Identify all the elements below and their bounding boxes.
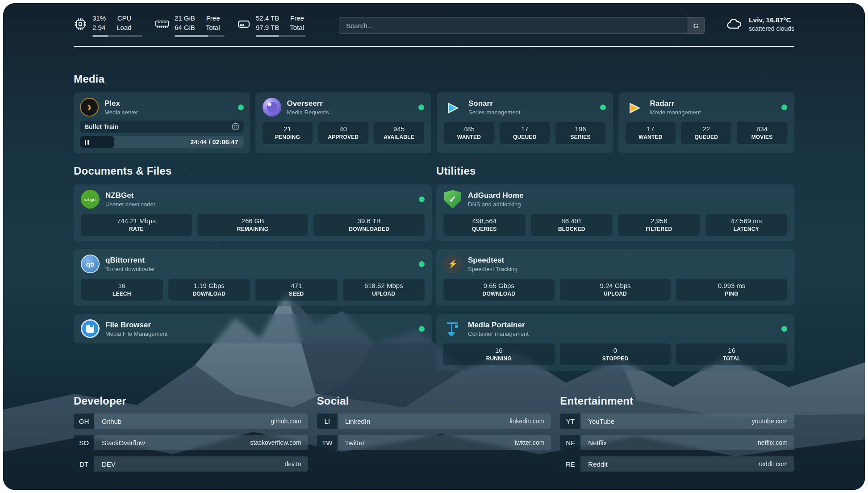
disk-free: 52.4 TB [256, 14, 279, 23]
stat-tile: 498,564 QUERIES [443, 214, 526, 236]
app-subtitle: Media File Management [105, 330, 167, 337]
search-engine-button[interactable]: G [687, 17, 705, 33]
stat-label: UPLOAD [346, 291, 422, 297]
stat-label: DOWNLOAD [171, 291, 248, 297]
stat-tile: 40 APPROVED [318, 122, 368, 144]
stat-value: 39.6 TB [316, 217, 422, 225]
cpu-progress-bar [92, 35, 142, 37]
app-subtitle: Speedtest Tracking [468, 266, 517, 272]
section-title-documents: Documents & Files [74, 165, 432, 177]
stat-label: MOVIES [739, 134, 785, 140]
app-subtitle: Usenet downloader [105, 201, 155, 208]
stat-value: 9.65 Gbps [446, 282, 552, 289]
media-grid: Plex Media server Bullet Train [74, 92, 794, 153]
bookmark-link[interactable]: RE Reddit reddit.com [560, 456, 794, 472]
app-subtitle: Media Requests [287, 109, 329, 116]
overseerr-icon [263, 98, 281, 117]
system-stat-disk: 52.4 TB 97.9 TB Free Total [237, 14, 306, 37]
app-name: Overseerr [287, 99, 329, 108]
playback-progress-bar[interactable]: 24:44 / 02:06:47 [80, 136, 244, 148]
stat-value: 16 [83, 282, 160, 289]
pause-icon[interactable] [85, 140, 89, 145]
stat-value: 1.19 Gbps [171, 282, 248, 289]
bookmark-link[interactable]: NF Netflix netflix.com [560, 435, 794, 450]
stat-label: TOTAL [679, 355, 785, 362]
stat-tile: 485 WANTED [444, 122, 494, 144]
disk-labels: Free Total [290, 14, 304, 32]
bookmark-link[interactable]: GH Github github.com [74, 414, 308, 429]
app-subtitle: DNS and adblocking [468, 201, 524, 208]
stat-tile: 22 QUEUED [681, 122, 731, 144]
stat-tile: 0.993 ms PING [676, 279, 787, 301]
stat-label: UPLOAD [563, 291, 668, 297]
weather-location-temp: Lviv, 16.87°C [749, 16, 794, 24]
now-playing-icon [232, 123, 239, 130]
app-card[interactable]: NZBGet Usenet downloader 744.21 Mbps RAT… [74, 184, 432, 241]
adguard-icon [444, 190, 461, 209]
weather-widget[interactable]: Lviv, 16.87°C scattered clouds [726, 16, 794, 33]
app-card-plex[interactable]: Plex Media server Bullet Train [74, 92, 250, 153]
bookmark-name: DEV [94, 460, 116, 468]
stat-value: 471 [258, 282, 335, 289]
stat-value: 945 [376, 125, 421, 133]
stat-label: QUEUED [684, 134, 729, 140]
stat-label: STOPPED [563, 355, 668, 362]
stat-label: REMAINING [200, 226, 306, 232]
stat-label: QUEUED [502, 134, 547, 140]
bookmark-url: twitter.com [514, 439, 551, 446]
app-name: Speedtest [468, 256, 517, 265]
app-card[interactable]: AdGuard Home DNS and adblocking 498,564 … [436, 184, 794, 241]
stat-tile: 945 AVAILABLE [374, 122, 424, 144]
app-card[interactable]: Sonarr Series management 485 WANTED [437, 92, 613, 153]
stat-tile: 471 SEED [255, 279, 338, 301]
status-dot [418, 104, 424, 110]
bookmark-url: linkedin.com [510, 418, 551, 425]
bookmark-url: dev.to [285, 460, 308, 468]
bookmark-link[interactable]: SO StackOverflow stackoverflow.com [74, 435, 308, 450]
status-dot [419, 326, 425, 332]
bookmark-link[interactable]: TW Twitter twitter.com [317, 435, 551, 450]
stat-label: SERIES [558, 134, 603, 140]
bookmark-link[interactable]: LI LinkedIn linkedin.com [317, 414, 551, 429]
speedtest-icon [443, 255, 462, 273]
bookmark-column: Social LI LinkedIn linkedin.com TW [317, 395, 551, 472]
stat-value: 21 [265, 125, 310, 133]
bookmark-link[interactable]: DT DEV dev.to [74, 456, 308, 472]
stat-label: LATENCY [708, 226, 785, 232]
cpu-load-avg: 2.94 [92, 23, 106, 33]
stat-label: FILTERED [621, 226, 697, 232]
app-card[interactable]: Radarr Movie management 17 WANTED [618, 92, 795, 153]
bookmark-abbr: LI [317, 414, 338, 429]
stat-tile: 17 WANTED [626, 122, 676, 144]
app-name: AdGuard Home [468, 191, 524, 200]
app-card[interactable]: Speedtest Speedtest Tracking 9.65 Gbps D… [436, 249, 794, 306]
bookmark-name: Github [94, 418, 121, 425]
bookmark-abbr: NF [560, 435, 580, 450]
stat-tile: 16 TOTAL [676, 343, 787, 365]
header-divider [74, 46, 794, 47]
app-card[interactable]: Overseerr Media Requests 21 PENDING [255, 92, 432, 153]
stat-label: SEED [258, 291, 335, 297]
portainer-icon [443, 319, 462, 338]
app-card[interactable]: qBittorrent Torrent downloader 16 LEECH [74, 249, 432, 306]
stat-tile: 16 LEECH [81, 279, 163, 301]
app-card[interactable]: Media Portainer Container management 16 … [436, 314, 794, 371]
bookmark-name: StackOverflow [94, 439, 145, 447]
memory-values: 21 GiB 64 GiB [175, 14, 195, 32]
stat-value: 485 [447, 125, 492, 133]
sonarr-icon [444, 98, 463, 117]
disk-values: 52.4 TB 97.9 TB [256, 14, 279, 32]
status-dot [600, 104, 606, 110]
app-name: Plex [104, 99, 138, 108]
bookmark-link[interactable]: YT YouTube youtube.com [560, 414, 794, 429]
stat-tile: 86,401 BLOCKED [531, 214, 613, 236]
search-input[interactable] [339, 17, 687, 33]
stat-tiles: 21 PENDING 40 APPROVED 945 AVAILAB [263, 122, 425, 144]
app-subtitle: Torrent downloader [105, 266, 155, 272]
documents-column: Documents & Files NZBGet Usenet download… [74, 165, 432, 371]
disk-progress-bar [256, 35, 306, 37]
app-card[interactable]: File Browser Media File Management [74, 314, 432, 343]
plex-icon [80, 98, 99, 117]
bookmark-url: reddit.com [759, 460, 794, 468]
now-playing-title: Bullet Train [84, 123, 118, 130]
